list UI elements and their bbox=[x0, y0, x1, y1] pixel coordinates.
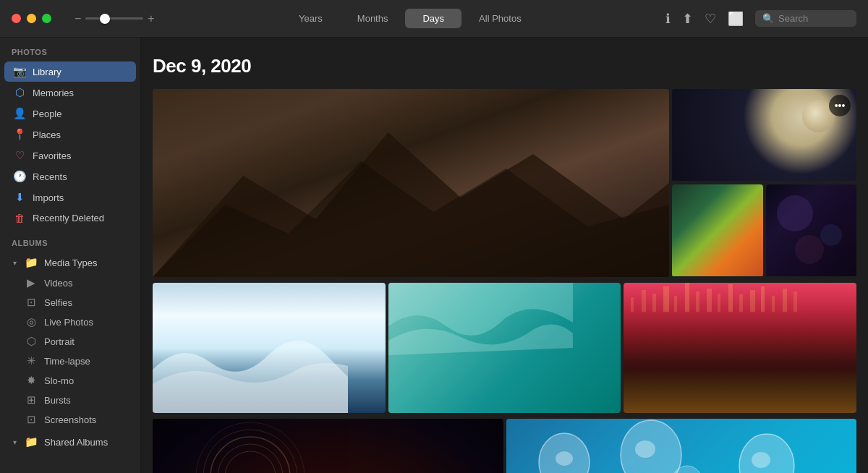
library-label: Library bbox=[33, 67, 61, 77]
photo-startrail[interactable] bbox=[153, 419, 503, 473]
chevron-right-icon: ▾ bbox=[13, 438, 17, 446]
grid-row-2 bbox=[153, 283, 856, 413]
zoom-thumb[interactable] bbox=[100, 14, 110, 24]
main-content: Dec 9, 2020 ••• bbox=[141, 0, 868, 473]
sidebar: Photos 📷 Library ⬡ Memories 👤 People 📍 P… bbox=[0, 0, 141, 473]
sidebar-item-places[interactable]: 📍 Places bbox=[4, 124, 136, 145]
media-types-label: Media Types bbox=[44, 257, 97, 268]
search-box[interactable]: 🔍 Search bbox=[755, 10, 856, 27]
sidebar-item-screenshots[interactable]: ⊡ Screenshots bbox=[4, 410, 136, 429]
zoom-minus[interactable]: − bbox=[75, 12, 81, 25]
sidebar-item-portrait[interactable]: ⬡ Portrait bbox=[4, 332, 136, 351]
slideshow-button[interactable]: ⬜ bbox=[728, 11, 744, 27]
sidebar-item-favorites[interactable]: ♡ Favorites bbox=[4, 145, 136, 166]
photo-citynight[interactable] bbox=[624, 283, 856, 413]
photo-nebula[interactable] bbox=[766, 184, 857, 277]
recently-deleted-icon: 🗑 bbox=[13, 212, 26, 224]
photo-grid: Dec 9, 2020 ••• bbox=[141, 38, 868, 473]
tab-months[interactable]: Months bbox=[340, 9, 406, 28]
slomo-label: Slo-mo bbox=[44, 375, 74, 386]
live-photos-label: Live Photos bbox=[44, 317, 93, 328]
photo-moon[interactable]: ••• bbox=[672, 89, 856, 182]
recents-icon: 🕐 bbox=[13, 170, 26, 183]
close-button[interactable] bbox=[12, 14, 21, 23]
zoom-plus[interactable]: + bbox=[148, 12, 154, 25]
grid-row-1: ••• bbox=[153, 89, 856, 277]
date-label: Dec 9, 2020 bbox=[153, 49, 856, 86]
traffic-lights bbox=[12, 14, 51, 23]
zoom-slider[interactable] bbox=[85, 17, 143, 20]
memories-icon: ⬡ bbox=[13, 86, 26, 99]
photo-waves2[interactable] bbox=[388, 283, 621, 413]
screenshots-icon: ⊡ bbox=[25, 413, 38, 426]
imports-label: Imports bbox=[33, 192, 64, 203]
videos-label: Videos bbox=[44, 278, 73, 289]
photo-leaves[interactable] bbox=[672, 184, 763, 277]
timelapse-icon: ✳ bbox=[25, 354, 38, 367]
grid-row-1-right: ••• bbox=[672, 89, 856, 277]
media-types-header[interactable]: ▾ 📁 Media Types bbox=[4, 252, 136, 273]
toolbar-actions: ℹ ⬆ ♡ ⬜ 🔍 Search bbox=[665, 10, 856, 27]
portrait-icon: ⬡ bbox=[25, 335, 38, 348]
sidebar-item-timelapse[interactable]: ✳ Time-lapse bbox=[4, 351, 136, 370]
library-icon: 📷 bbox=[13, 65, 26, 78]
selfies-label: Selfies bbox=[44, 297, 72, 308]
imports-icon: ⬇ bbox=[13, 191, 26, 204]
slomo-icon: ✸ bbox=[25, 374, 38, 387]
photo-waves1[interactable] bbox=[153, 283, 386, 413]
recents-label: Recents bbox=[33, 171, 67, 182]
people-icon: 👤 bbox=[13, 107, 26, 120]
memories-label: Memories bbox=[33, 88, 74, 98]
bursts-icon: ⊞ bbox=[25, 393, 38, 406]
screenshots-label: Screenshots bbox=[44, 414, 96, 425]
sidebar-item-slomo[interactable]: ✸ Slo-mo bbox=[4, 371, 136, 390]
fullscreen-button[interactable] bbox=[42, 14, 51, 23]
places-label: Places bbox=[33, 129, 61, 140]
sidebar-item-live-photos[interactable]: ◎ Live Photos bbox=[4, 312, 136, 331]
places-icon: 📍 bbox=[13, 128, 26, 141]
media-types-icon: 📁 bbox=[25, 256, 38, 269]
sidebar-item-recently-deleted[interactable]: 🗑 Recently Deleted bbox=[4, 208, 136, 228]
tab-days[interactable]: Days bbox=[405, 9, 461, 28]
photo-mountain[interactable] bbox=[153, 89, 669, 277]
photo-waterdrops[interactable] bbox=[506, 419, 857, 473]
videos-icon: ▶ bbox=[25, 276, 38, 289]
bursts-label: Bursts bbox=[44, 395, 71, 406]
search-placeholder: Search bbox=[778, 13, 808, 24]
sidebar-item-imports[interactable]: ⬇ Imports bbox=[4, 187, 136, 208]
photos-section-label: Photos bbox=[0, 38, 140, 61]
tab-years[interactable]: Years bbox=[281, 9, 340, 28]
search-icon: 🔍 bbox=[762, 13, 774, 24]
sidebar-item-bursts[interactable]: ⊞ Bursts bbox=[4, 391, 136, 409]
sidebar-item-selfies[interactable]: ⊡ Selfies bbox=[4, 293, 136, 312]
sidebar-item-shared-albums[interactable]: ▾ 📁 Shared Albums bbox=[4, 432, 136, 452]
favorites-label: Favorites bbox=[33, 150, 71, 161]
zoom-controls: − + bbox=[75, 12, 155, 25]
shared-albums-icon: 📁 bbox=[25, 435, 38, 448]
minimize-button[interactable] bbox=[27, 14, 36, 23]
favorites-icon: ♡ bbox=[13, 149, 26, 162]
chevron-down-icon: ▾ bbox=[13, 259, 17, 267]
tab-nav: Years Months Days All Photos bbox=[281, 9, 539, 28]
sidebar-item-videos[interactable]: ▶ Videos bbox=[4, 273, 136, 292]
live-photos-icon: ◎ bbox=[25, 315, 38, 328]
favorite-button[interactable]: ♡ bbox=[705, 11, 716, 27]
portrait-label: Portrait bbox=[44, 336, 75, 347]
people-label: People bbox=[33, 108, 61, 119]
title-bar: − + Years Months Days All Photos ℹ ⬆ ♡ ⬜… bbox=[0, 0, 868, 38]
share-button[interactable]: ⬆ bbox=[682, 11, 693, 27]
albums-section-label: Albums bbox=[0, 229, 140, 252]
sidebar-item-recents[interactable]: 🕐 Recents bbox=[4, 166, 136, 187]
sidebar-item-people[interactable]: 👤 People bbox=[4, 103, 136, 124]
selfies-icon: ⊡ bbox=[25, 296, 38, 309]
grid-row-3 bbox=[153, 419, 856, 473]
tab-allphotos[interactable]: All Photos bbox=[461, 9, 539, 28]
sidebar-item-library[interactable]: 📷 Library bbox=[4, 61, 136, 82]
shared-albums-label: Shared Albums bbox=[44, 437, 108, 448]
sidebar-item-memories[interactable]: ⬡ Memories bbox=[4, 82, 136, 103]
timelapse-label: Time-lapse bbox=[44, 356, 90, 367]
recently-deleted-label: Recently Deleted bbox=[33, 213, 104, 223]
info-button[interactable]: ℹ bbox=[665, 11, 671, 27]
